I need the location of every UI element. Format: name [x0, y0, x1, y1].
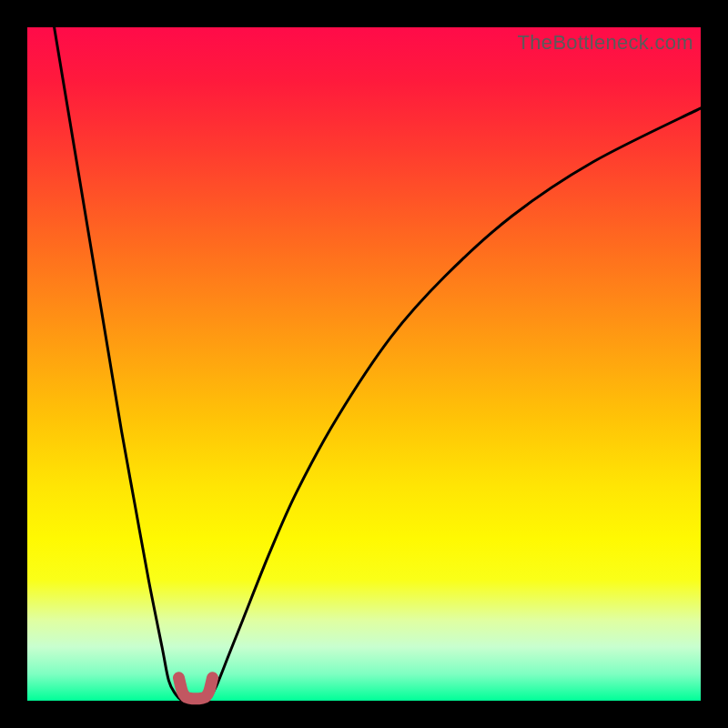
plot-area: TheBottleneck.com: [27, 27, 701, 701]
right-curve: [206, 108, 701, 701]
bottom-accent: [179, 678, 213, 699]
chart-frame: TheBottleneck.com: [0, 0, 728, 728]
curve-layer: [27, 27, 701, 701]
left-curve: [55, 27, 186, 702]
